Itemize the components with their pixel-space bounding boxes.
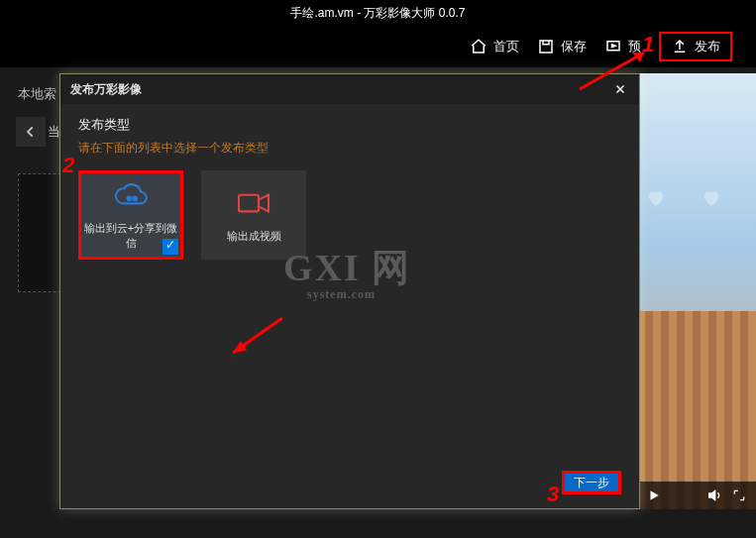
option-cloud[interactable]: 输出到云+分享到微信 [78,170,183,260]
sidebar-search-hint: 本地索 [18,85,56,103]
svg-point-2 [128,197,132,201]
save-icon [537,38,555,55]
wood-floor [637,311,756,509]
home-button[interactable]: 首页 [470,38,519,55]
annotation-2: 2 [62,153,74,178]
fullscreen-icon[interactable] [732,488,746,502]
svg-point-3 [133,197,137,201]
next-button[interactable]: 下一步 [562,471,621,494]
video-icon [234,187,273,219]
play-controls [637,482,756,509]
back-button[interactable] [16,117,46,147]
upload-icon [671,38,689,55]
window-titlebar: 手绘.am.vm - 万彩影像大师 0.0.7 [0,0,756,26]
home-label: 首页 [493,38,519,55]
svg-rect-4 [239,194,259,211]
option-video[interactable]: 输出成视频 [201,170,306,260]
play-icon[interactable] [647,488,661,502]
volume-icon[interactable] [706,487,722,503]
publish-button[interactable]: 发布 [659,32,732,61]
cloud-icon [111,179,151,211]
check-icon [162,239,178,255]
publish-dialog: 发布万彩影像 发布类型 请在下面的列表中选择一个发布类型 输出到云+分享到微信 … [59,73,640,509]
option-row: 输出到云+分享到微信 输出成视频 [78,170,621,260]
preview-pane [637,73,756,509]
publish-label: 发布 [695,38,720,55]
svg-rect-0 [540,41,552,53]
section-description: 请在下面的列表中选择一个发布类型 [78,140,621,157]
arrow-annotation-2 [223,313,292,363]
hearts-decoration [645,187,722,212]
option-video-label: 输出成视频 [227,229,281,244]
dialog-title: 发布万彩影像 [70,81,142,98]
arrow-left-icon [24,125,38,139]
dialog-body: 发布类型 请在下面的列表中选择一个发布类型 输出到云+分享到微信 输出成视频 [60,104,639,271]
annotation-3: 3 [547,482,559,507]
section-title: 发布类型 [78,116,621,134]
arrow-annotation-1 [575,45,654,94]
dialog-header: 发布万彩影像 [60,74,639,104]
home-icon [470,38,487,55]
